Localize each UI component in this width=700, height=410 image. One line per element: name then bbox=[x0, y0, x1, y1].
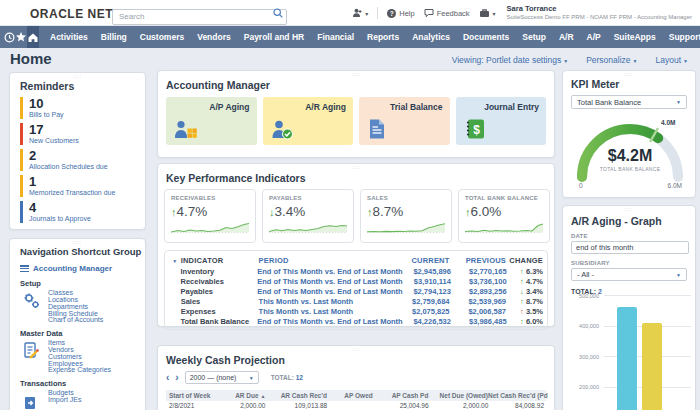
drag-handle-icon[interactable]: ∷∷ bbox=[352, 72, 360, 77]
nav-item-activities[interactable]: Activities bbox=[50, 32, 88, 42]
reminder-allocation-schedules[interactable]: 2 Allocation Schedules due bbox=[20, 149, 145, 171]
indicator-current[interactable]: $2,759,684 bbox=[395, 297, 450, 306]
reminder-label[interactable]: Bills to Pay bbox=[29, 111, 145, 119]
ap-aging-card[interactable]: A/P Aging bbox=[166, 97, 257, 145]
quick-add-button[interactable]: ▾ bbox=[352, 8, 368, 18]
nav-item-documents[interactable]: Documents bbox=[463, 32, 509, 42]
nav-item-vendors[interactable]: Vendors bbox=[197, 32, 231, 42]
nav-item-reports[interactable]: Reports bbox=[367, 32, 399, 42]
recent-records-button[interactable] bbox=[4, 26, 15, 48]
nav-item-suiteapps[interactable]: SuiteApps bbox=[614, 32, 656, 42]
indicator-period[interactable]: End of This Month vs. End of Last Month bbox=[257, 277, 397, 286]
nav-item-ap[interactable]: A/P bbox=[587, 32, 601, 42]
nav-item-support[interactable]: Support bbox=[669, 32, 700, 42]
reminder-label[interactable]: New Customers bbox=[29, 137, 145, 145]
nav-item-analytics[interactable]: Analytics bbox=[412, 32, 450, 42]
table-row[interactable]: Sales This Month vs. Last Month $2,759,6… bbox=[169, 296, 543, 306]
drag-handle-icon[interactable]: ∷∷ bbox=[352, 347, 360, 352]
total-value[interactable]: 12 bbox=[296, 374, 303, 381]
reminder-label[interactable]: Journals to Approve bbox=[29, 215, 145, 223]
shortcut-link-import-jes[interactable]: Import JEs bbox=[48, 397, 145, 404]
role-menu-button[interactable]: ▾ bbox=[479, 8, 496, 18]
drag-handle-icon[interactable]: ∷∷ bbox=[73, 74, 81, 79]
indicator-previous[interactable]: $3,986,485 bbox=[451, 317, 507, 326]
feedback-button[interactable]: Feedback bbox=[424, 8, 470, 18]
pager-next-button[interactable]: › bbox=[175, 373, 178, 383]
kpi-meter-dropdown[interactable]: Total Bank Balance ▼ bbox=[571, 95, 687, 109]
viewing-dropdown[interactable]: Viewing: Portlet date settings▼ bbox=[452, 55, 568, 65]
bar-series-1[interactable] bbox=[617, 307, 637, 410]
indicator-current[interactable]: $4,226,532 bbox=[397, 317, 451, 326]
cell-ap-cash-pd: 25,004.96 bbox=[373, 402, 429, 409]
indicator-previous[interactable]: $2,770,165 bbox=[451, 267, 507, 276]
indicator-previous[interactable]: $2,893,256 bbox=[451, 287, 507, 296]
reminder-journals-to-approve[interactable]: 4 Journals to Approve bbox=[20, 201, 145, 223]
col-net-due[interactable]: Net Due (Owed) bbox=[428, 392, 488, 399]
date-input[interactable] bbox=[571, 241, 689, 254]
subsidiary-dropdown[interactable]: - All - ▼ bbox=[571, 268, 687, 281]
ar-aging-card[interactable]: A/R Aging bbox=[263, 97, 354, 145]
indicator-previous[interactable]: $2,006,587 bbox=[450, 307, 506, 316]
nav-item-customers[interactable]: Customers bbox=[140, 32, 184, 42]
nav-item-ar[interactable]: A/R bbox=[559, 32, 574, 42]
col-ar-cash-recd[interactable]: AR Cash Rec'd bbox=[265, 392, 327, 399]
reminder-bills-to-pay[interactable]: 10 Bills to Pay bbox=[20, 97, 145, 119]
user-info[interactable]: Sara Torrance SuiteSuccess Demo FF PRM -… bbox=[507, 5, 692, 21]
indicator-current[interactable]: $2,794,123 bbox=[397, 287, 451, 296]
kpi-card-sales[interactable]: SALES ↑8.7% bbox=[360, 189, 452, 243]
col-net-cash-recd[interactable]: Net Cash Rec'd (Pd bbox=[488, 392, 546, 399]
journal-entry-card[interactable]: Journal Entry $ bbox=[456, 97, 547, 145]
layout-dropdown[interactable]: Layout▼ bbox=[656, 55, 688, 65]
shortcut-link-expense-categories[interactable]: Expense Categories bbox=[48, 367, 145, 374]
table-row[interactable]: Total Bank Balance End of This Month vs.… bbox=[169, 316, 543, 326]
pager-prev-button[interactable]: ‹ bbox=[166, 373, 169, 383]
search-input[interactable] bbox=[112, 9, 287, 25]
reminder-label[interactable]: Allocation Schedules due bbox=[29, 163, 145, 171]
help-button[interactable]: ? Help bbox=[387, 9, 414, 18]
indicator-period[interactable]: This Month vs. Last Month bbox=[259, 297, 395, 306]
indicator-previous[interactable]: $2,539,969 bbox=[450, 297, 506, 306]
search-icon[interactable] bbox=[273, 8, 283, 18]
personalize-dropdown[interactable]: Personalize▼ bbox=[586, 55, 637, 65]
trial-balance-card[interactable]: Trial Balance bbox=[359, 97, 450, 145]
kpi-label: PAYABLES bbox=[269, 195, 347, 201]
indicator-period[interactable]: End of This Month vs. End of Last Month bbox=[257, 267, 397, 276]
filter-caret-icon[interactable]: ▼ bbox=[169, 258, 181, 264]
nav-item-setup[interactable]: Setup bbox=[522, 32, 546, 42]
col-ap-owed[interactable]: AP Owed bbox=[327, 392, 373, 399]
reminder-new-customers[interactable]: 17 New Customers bbox=[20, 123, 145, 145]
indicator-period[interactable]: This Month vs. Last Month bbox=[259, 307, 395, 316]
reminder-memorized-transaction[interactable]: 1 Memorized Transaction due bbox=[20, 175, 145, 197]
indicator-previous[interactable]: $3,736,100 bbox=[451, 277, 507, 286]
drag-handle-icon[interactable]: ∷∷ bbox=[625, 207, 633, 212]
home-tab[interactable] bbox=[27, 26, 39, 48]
table-row[interactable]: Payables End of This Month vs. End of La… bbox=[169, 286, 543, 296]
col-ap-cash-pd[interactable]: AP Cash Pd bbox=[373, 392, 429, 399]
range-dropdown[interactable]: 2000 — (none) ▼ bbox=[185, 371, 259, 384]
shortcut-accounting-manager[interactable]: Accounting Manager bbox=[20, 264, 145, 273]
table-row[interactable]: 2/8/2021 2,000.00 109,013.88 25,004.96 2… bbox=[166, 401, 546, 410]
nav-item-billing[interactable]: Billing bbox=[101, 32, 127, 42]
reminder-label[interactable]: Memorized Transaction due bbox=[29, 189, 145, 197]
table-row[interactable]: Expenses This Month vs. Last Month $2,07… bbox=[169, 306, 543, 316]
nav-item-payroll-hr[interactable]: Payroll and HR bbox=[244, 32, 304, 42]
bar-series-2[interactable] bbox=[642, 323, 662, 410]
indicator-period[interactable]: End of This Month vs. End of Last Month bbox=[257, 317, 397, 326]
table-row[interactable]: Receivables End of This Month vs. End of… bbox=[169, 276, 543, 286]
kpi-card-total-bank-balance[interactable]: TOTAL BANK BALANCE ↑6.0% bbox=[458, 189, 550, 243]
kpi-card-payables[interactable]: PAYABLES ↓3.4% bbox=[262, 189, 354, 243]
table-row[interactable]: Inventory End of This Month vs. End of L… bbox=[169, 266, 543, 276]
col-ar-due[interactable]: AR Due ▲ bbox=[218, 392, 266, 399]
shortcuts-button[interactable] bbox=[15, 26, 27, 48]
nav-item-financial[interactable]: Financial bbox=[317, 32, 354, 42]
indicator-period[interactable]: End of This Month vs. End of Last Month bbox=[257, 287, 397, 296]
shortcut-link-chart-of-accounts[interactable]: Chart of Accounts bbox=[48, 317, 145, 324]
indicator-current[interactable]: $2,075,825 bbox=[395, 307, 450, 316]
col-start-of-week[interactable]: Start of Week bbox=[166, 392, 218, 399]
drag-handle-icon[interactable]: ∷∷ bbox=[73, 240, 81, 245]
drag-handle-icon[interactable]: ∷∷ bbox=[625, 72, 633, 77]
kpi-card-receivables[interactable]: RECEIVABLES ↑4.7% bbox=[164, 189, 256, 243]
indicator-current[interactable]: $3,910,114 bbox=[397, 277, 451, 286]
drag-handle-icon[interactable]: ∷∷ bbox=[352, 165, 360, 170]
indicator-current[interactable]: $2,945,896 bbox=[397, 267, 451, 276]
